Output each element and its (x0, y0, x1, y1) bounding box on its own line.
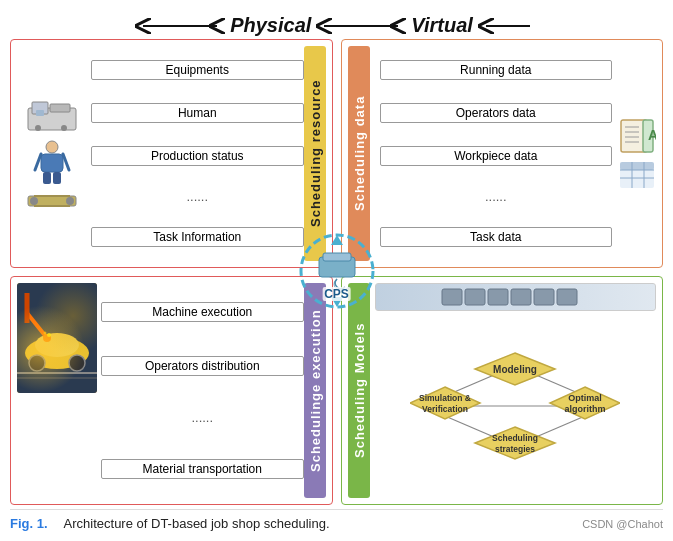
human-icon (33, 140, 71, 184)
doc-icon-1: A (618, 118, 656, 154)
svg-marker-61 (410, 387, 480, 419)
svg-rect-53 (557, 289, 577, 305)
svg-point-10 (61, 125, 67, 131)
svg-point-9 (35, 125, 41, 131)
cps-ring: CPS (293, 227, 381, 315)
caption-fig-label: Fig. 1. (10, 516, 48, 531)
item-dots-3: ...... (101, 410, 304, 425)
top-left-items: Equipments Human Production status .....… (91, 46, 304, 261)
machine-icon-1 (26, 96, 78, 134)
machine-row-svg (440, 285, 590, 309)
svg-rect-36 (17, 283, 97, 393)
caption-source: CSDN @Chahot (582, 518, 663, 530)
cps-svg (293, 227, 381, 315)
svg-text:Verification: Verification (422, 404, 468, 414)
machine-row-image (375, 283, 657, 311)
item-dots-2: ...... (380, 189, 613, 204)
factory-svg (17, 283, 97, 393)
item-machine-execution: Machine execution (101, 302, 304, 322)
svg-rect-17 (53, 172, 61, 184)
diamonds-svg: Modeling Simulation & Verification Optim… (410, 351, 620, 461)
diamonds-area: Modeling Simulation & Verification Optim… (375, 314, 657, 498)
right-double-arrow (316, 18, 406, 34)
item-production-status: Production status (91, 146, 304, 166)
svg-rect-49 (465, 289, 485, 305)
item-running-data: Running data (380, 60, 613, 80)
item-dots-1: ...... (91, 189, 304, 204)
svg-rect-51 (511, 289, 531, 305)
item-material-transportation: Material transportation (101, 459, 304, 479)
svg-point-12 (46, 141, 58, 153)
svg-point-20 (66, 197, 74, 205)
svg-rect-35 (620, 162, 654, 170)
svg-rect-52 (534, 289, 554, 305)
svg-text:A: A (648, 127, 656, 143)
caption-description: Architecture of DT-based job shop schedu… (64, 516, 330, 531)
item-workpiece-data: Workpiece data (380, 146, 613, 166)
svg-text:Simulation &: Simulation & (419, 393, 471, 403)
quadrant-top-right: Scheduling data Running data Operators d… (341, 39, 664, 268)
factory-image (17, 283, 97, 393)
conveyor-icon (26, 190, 78, 212)
arrows-bar: Physical Virtual (10, 10, 663, 39)
svg-text:strategies: strategies (495, 444, 535, 454)
svg-text:algorithm: algorithm (565, 404, 606, 414)
svg-point-44 (47, 333, 51, 337)
svg-point-19 (30, 197, 38, 205)
caption: Fig. 1. Architecture of DT-based job sho… (10, 509, 663, 531)
svg-rect-11 (36, 110, 44, 116)
svg-point-43 (43, 334, 51, 342)
svg-rect-8 (50, 104, 70, 112)
machine-icons (17, 46, 87, 261)
quadrant-top-left: Equipments Human Production status .....… (10, 39, 333, 268)
main-container: Physical Virtual (0, 0, 673, 541)
item-equipments: Equipments (91, 60, 304, 80)
svg-rect-50 (488, 289, 508, 305)
svg-line-14 (35, 154, 41, 170)
svg-line-41 (27, 313, 47, 338)
svg-text:Optimal: Optimal (568, 393, 602, 403)
physical-label: Physical (225, 14, 316, 37)
item-task-data: Task data (380, 227, 613, 247)
item-task-info: Task Information (91, 227, 304, 247)
svg-rect-16 (43, 172, 51, 184)
cps-label: CPS (322, 287, 351, 301)
svg-rect-48 (442, 289, 462, 305)
svg-marker-67 (475, 427, 555, 459)
left-double-arrow (135, 18, 225, 34)
cps-center: CPS (292, 227, 382, 317)
quadrant-bottom-left: Machine execution Operators distribution… (10, 276, 333, 505)
svg-line-15 (63, 154, 69, 170)
quadrant-bottom-right: Scheduling Models (341, 276, 664, 505)
doc-icons: A (618, 46, 656, 261)
svg-point-45 (44, 332, 47, 335)
svg-rect-5 (323, 253, 351, 261)
svg-point-38 (35, 333, 79, 357)
svg-rect-13 (41, 154, 63, 172)
item-human: Human (91, 103, 304, 123)
table-icon (618, 160, 656, 190)
svg-text:Modeling: Modeling (493, 364, 537, 375)
physical-arrow-block: Physical (135, 14, 406, 37)
top-right-items: Running data Operators data Workpiece da… (376, 46, 613, 261)
item-operators-data: Operators data (380, 103, 613, 123)
svg-point-39 (29, 355, 45, 371)
bottom-left-items: Machine execution Operators distribution… (101, 283, 304, 498)
svg-point-40 (69, 355, 85, 371)
quadrants-grid: CPS (10, 39, 663, 505)
virtual-label: Virtual (406, 14, 478, 37)
item-operators-distribution: Operators distribution (101, 356, 304, 376)
svg-point-37 (25, 337, 89, 369)
svg-text:Scheduling: Scheduling (492, 433, 538, 443)
svg-marker-64 (550, 387, 620, 419)
bottom-right-content: Modeling Simulation & Verification Optim… (375, 283, 657, 498)
virtual-left-arrow (478, 18, 538, 34)
